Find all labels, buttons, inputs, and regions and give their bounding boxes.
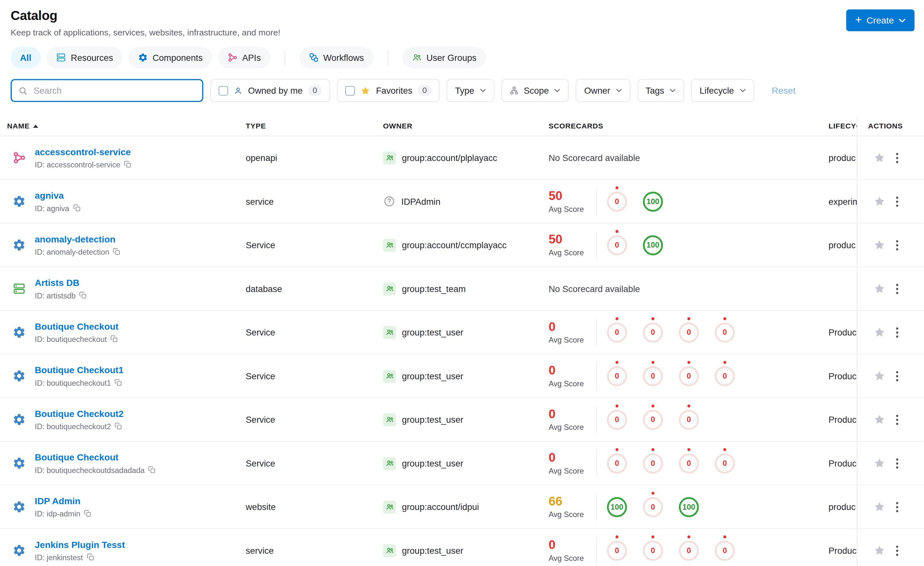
star-icon [360, 85, 370, 96]
question-mark-icon [383, 195, 395, 207]
tab-all[interactable]: All [10, 47, 41, 69]
copy-icon[interactable] [114, 379, 123, 387]
scorecard-badge[interactable]: 0 [715, 453, 735, 473]
table-row: agnivaID: agnivaserviceIDPAdmin50Avg Sco… [0, 180, 924, 224]
scorecard-badge[interactable]: 0 [607, 235, 627, 255]
scorecard-badge[interactable]: 0 [679, 366, 699, 386]
tab-label: User Groups [426, 53, 477, 62]
entity-name-link[interactable]: IDP Admin [35, 495, 92, 506]
scorecard-badge[interactable]: 100 [679, 497, 699, 517]
scorecard-badge[interactable]: 0 [643, 453, 663, 473]
scorecard-badge[interactable]: 100 [643, 235, 663, 255]
scorecard-badge[interactable]: 0 [715, 322, 735, 342]
plus-icon: + [855, 14, 862, 26]
favorite-star-icon[interactable] [873, 326, 885, 339]
favorite-star-icon[interactable] [873, 370, 885, 382]
kebab-menu-icon[interactable] [896, 152, 898, 163]
filter-dropdown-type[interactable]: Type [447, 79, 495, 102]
favorite-star-icon[interactable] [873, 545, 885, 557]
tab-divider [387, 50, 388, 65]
copy-icon[interactable] [84, 510, 92, 518]
kebab-menu-icon[interactable] [896, 196, 898, 207]
entity-name-link[interactable]: Boutique Checkout1 [35, 365, 123, 375]
copy-icon[interactable] [73, 204, 81, 212]
filter-dropdown-owner[interactable]: Owner [576, 79, 630, 102]
owner-cell: IDPAdmin [383, 195, 549, 207]
entity-name-block: Boutique CheckoutID: boutiquecheckoutdsa… [35, 452, 156, 474]
entity-name-link[interactable]: accesscontrol-service [35, 146, 132, 157]
copy-icon[interactable] [110, 335, 118, 343]
actions-cell [857, 195, 924, 207]
filter-dropdown-tags[interactable]: Tags [638, 79, 684, 102]
scorecard-badge[interactable]: 0 [643, 497, 663, 517]
scorecard-badge[interactable]: 0 [643, 409, 663, 429]
favorites-checkbox[interactable] [345, 86, 354, 95]
favorite-star-icon[interactable] [873, 413, 885, 426]
scorecard-badge[interactable]: 0 [607, 453, 627, 473]
scorecard-badge[interactable]: 0 [679, 322, 699, 342]
gear-icon [8, 369, 30, 383]
scorecard-badge[interactable]: 0 [643, 366, 663, 386]
reset-filters-link[interactable]: Reset [772, 85, 796, 96]
filter-dropdown-lifecycle[interactable]: Lifecycle [692, 79, 754, 102]
scorecard-badge[interactable]: 0 [679, 453, 699, 473]
column-header-scorecards: SCORECARDS [549, 122, 828, 130]
entity-name-link[interactable]: Boutique Checkout2 [35, 408, 123, 419]
favorites-filter[interactable]: Favorites 0 [337, 79, 440, 102]
scorecard-badge[interactable]: 0 [715, 366, 735, 386]
filter-dropdown-scope[interactable]: Scope [501, 79, 569, 102]
kebab-menu-icon[interactable] [896, 501, 898, 512]
entity-name-link[interactable]: Artists DB [35, 277, 87, 288]
entity-name-link[interactable]: Jenkins Plugin Tesst [35, 539, 125, 550]
tab-workflows[interactable]: Workflows [299, 47, 374, 69]
scorecard-badge[interactable]: 0 [643, 322, 663, 342]
entity-name-link[interactable]: agniva [35, 190, 81, 201]
kebab-menu-icon[interactable] [896, 545, 898, 556]
scorecard-badge[interactable]: 100 [607, 497, 627, 517]
favorite-star-icon[interactable] [873, 282, 885, 295]
kebab-menu-icon[interactable] [896, 370, 898, 381]
tab-resources[interactable]: Resources [46, 47, 123, 69]
owner-label: group:test_user [402, 371, 463, 381]
entity-name-link[interactable]: anomaly-detection [35, 234, 121, 244]
tab-label: Workflows [323, 53, 364, 62]
scorecard-badge[interactable]: 0 [607, 191, 627, 211]
scorecard-badge[interactable]: 0 [679, 540, 699, 560]
scorecard-badge[interactable]: 100 [643, 191, 663, 211]
create-button[interactable]: + Create [846, 9, 915, 31]
kebab-menu-icon[interactable] [896, 327, 898, 338]
owner-cell: group:test_user [383, 326, 549, 339]
column-header-name[interactable]: NAME [0, 122, 246, 130]
scorecard-badge[interactable]: 0 [607, 409, 627, 429]
favorite-star-icon[interactable] [873, 239, 885, 251]
favorite-star-icon[interactable] [873, 195, 885, 207]
favorite-star-icon[interactable] [873, 501, 885, 513]
copy-icon[interactable] [124, 161, 132, 169]
entity-name-link[interactable]: Boutique Checkout [35, 321, 118, 332]
kebab-menu-icon[interactable] [896, 240, 898, 250]
favorite-star-icon[interactable] [873, 457, 885, 469]
kebab-menu-icon[interactable] [896, 283, 898, 294]
copy-icon[interactable] [87, 553, 94, 561]
scorecard-badge[interactable]: 0 [715, 540, 735, 560]
scorecard-badge[interactable]: 0 [643, 540, 663, 560]
copy-icon[interactable] [79, 291, 87, 300]
scope-icon [510, 86, 518, 95]
scorecard-badge[interactable]: 0 [607, 366, 627, 386]
scorecard-badge[interactable]: 0 [679, 409, 699, 429]
owned-by-me-filter[interactable]: Owned by me 0 [210, 79, 330, 102]
kebab-menu-icon[interactable] [896, 458, 898, 468]
copy-icon[interactable] [114, 422, 123, 431]
tab-apis[interactable]: APIs [218, 47, 270, 69]
scorecard-badge[interactable]: 0 [607, 322, 627, 342]
scorecard-badge[interactable]: 0 [607, 540, 627, 560]
tab-components[interactable]: Components [128, 47, 212, 69]
copy-icon[interactable] [148, 466, 156, 474]
entity-name-link[interactable]: Boutique Checkout [35, 452, 156, 463]
copy-icon[interactable] [113, 248, 121, 256]
owned-by-me-checkbox[interactable] [219, 86, 228, 95]
search-input[interactable] [33, 85, 196, 96]
favorite-star-icon[interactable] [873, 152, 885, 164]
kebab-menu-icon[interactable] [896, 414, 898, 425]
tab-user-groups[interactable]: User Groups [402, 47, 486, 69]
